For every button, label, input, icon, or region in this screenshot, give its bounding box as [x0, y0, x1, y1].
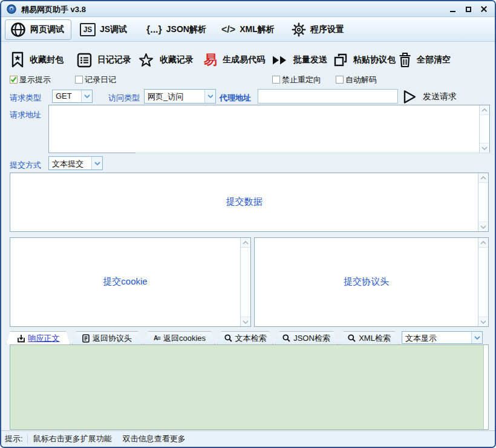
submit-method-label: 提交方式	[10, 160, 41, 171]
scrollbar[interactable]	[483, 345, 488, 429]
paste-icon	[333, 53, 348, 67]
checkbox-record-diary[interactable]: 记录日记	[75, 74, 116, 85]
tab-xml-parse[interactable]: </> XML解析	[217, 19, 279, 40]
request-type-select[interactable]: GET	[52, 90, 93, 103]
paste-protocol-button[interactable]: 粘贴协议包	[333, 50, 396, 70]
minimize-icon[interactable]	[448, 5, 457, 13]
display-mode-select[interactable]: 文本显示	[402, 331, 483, 344]
tab-label: 网页调试	[30, 24, 64, 35]
checkbox-label: 禁止重定向	[282, 74, 321, 85]
access-type-label: 访问类型	[108, 93, 140, 104]
request-address-textarea[interactable]	[48, 105, 490, 153]
chevron-down-icon	[204, 90, 215, 103]
scroll-up-icon[interactable]	[478, 173, 488, 183]
tab-return-cookies[interactable]: A≡ 返回cookies	[144, 331, 215, 344]
tab-label: 程序设置	[310, 24, 344, 35]
send-request-button[interactable]: 发送请求	[403, 90, 457, 104]
tab-web-debug[interactable]: 网页调试	[5, 19, 71, 40]
result-tab-label: XML检索	[359, 333, 391, 344]
batch-send-button[interactable]: 批量发送	[272, 50, 327, 70]
window-title: 精易网页助手 v3.8	[21, 4, 86, 15]
submit-method-value: 文本提交	[49, 157, 91, 170]
send-request-label: 发送请求	[423, 91, 457, 102]
close-icon[interactable]	[479, 5, 489, 13]
toolbar-label: 收藏记录	[160, 54, 194, 65]
access-type-select[interactable]: 网页_访问	[144, 89, 216, 104]
scrollbar[interactable]	[478, 238, 488, 326]
submit-cookie-textarea[interactable]: 提交cookie	[10, 237, 251, 327]
tab-xml-search[interactable]: XML检索	[339, 331, 399, 344]
response-body-area[interactable]	[10, 344, 489, 430]
favorite-packet-button[interactable]: 收藏封包	[11, 50, 64, 70]
tab-json-search[interactable]: JSON检索	[275, 331, 338, 344]
request-address-label: 请求地址	[10, 110, 41, 120]
checkbox-label: 自动解码	[345, 74, 377, 85]
result-tab-label: JSON检索	[293, 333, 330, 344]
result-tab-label: 返回cookies	[163, 333, 206, 344]
access-type-value: 网页_访问	[145, 90, 204, 103]
json-braces-icon: {...}	[146, 24, 162, 35]
checkbox-checked-icon	[10, 76, 18, 84]
toolbar-label: 批量发送	[293, 54, 327, 65]
scrollbar[interactable]	[478, 173, 488, 231]
submit-method-select[interactable]: 文本提交	[48, 156, 103, 170]
favorite-record-button[interactable]: 收藏记录	[138, 50, 194, 70]
tab-settings[interactable]: 程序设置	[287, 19, 349, 40]
request-type-value: GET	[53, 90, 81, 102]
tab-response-body[interactable]: 响应正文	[6, 331, 70, 344]
toolbar-label: 日记记录	[97, 54, 131, 65]
toolbar-label: 粘贴协议包	[353, 54, 396, 65]
toolbar-label: 收藏封包	[30, 54, 64, 65]
search-icon	[224, 334, 232, 342]
text-lines-icon: A≡	[154, 335, 160, 341]
response-tray-icon	[17, 334, 25, 343]
scrollbar[interactable]	[479, 105, 489, 153]
xml-code-icon: </>	[221, 24, 235, 35]
tab-label: JSON解析	[166, 24, 206, 35]
checkbox-show-tips[interactable]: 显示提示	[10, 74, 51, 85]
display-mode-value: 文本显示	[402, 332, 471, 343]
status-hint-2: 双击信息查看更多	[123, 433, 186, 444]
chevron-down-icon	[81, 90, 92, 102]
easy-language-icon: 易	[204, 53, 217, 67]
list-icon	[77, 53, 92, 68]
generate-easy-code-button[interactable]: 易 生成易代码	[204, 50, 265, 70]
panel-divider	[135, 153, 490, 153]
result-tab-label: 响应正文	[28, 333, 60, 344]
status-divider	[27, 434, 28, 444]
app-window: 精易网页助手 v3.8 网页调试 JS JS调试 {...} JSON解析 </…	[0, 0, 496, 448]
diary-record-button[interactable]: 日记记录	[77, 50, 131, 70]
tab-label: JS调试	[100, 24, 127, 35]
proxy-address-input[interactable]	[258, 89, 398, 104]
scroll-up-icon[interactable]	[480, 105, 489, 115]
trash-icon	[399, 52, 411, 68]
scroll-down-icon[interactable]	[478, 317, 488, 326]
scroll-up-icon[interactable]	[478, 238, 488, 248]
titlebar: 精易网页助手 v3.8	[1, 1, 495, 17]
scroll-up-icon[interactable]	[241, 238, 250, 248]
submit-data-watermark: 提交数据	[10, 196, 478, 208]
result-tab-label: 文本检索	[235, 333, 267, 344]
status-hint-1: 鼠标右击更多扩展功能	[33, 433, 112, 444]
submit-cookie-watermark: 提交cookie	[10, 276, 240, 288]
tab-text-search[interactable]: 文本检索	[217, 331, 273, 344]
submit-header-watermark: 提交协议头	[255, 276, 478, 288]
submit-header-textarea[interactable]: 提交协议头	[254, 237, 489, 327]
star-icon	[138, 52, 154, 68]
maximize-icon[interactable]	[463, 5, 473, 13]
checkbox-disable-redirect[interactable]: 禁止重定向	[272, 74, 321, 85]
chevron-down-icon	[91, 157, 102, 170]
scroll-down-icon[interactable]	[241, 317, 250, 326]
submit-data-textarea[interactable]: 提交数据	[10, 173, 489, 232]
clear-all-button[interactable]: 全部清空	[399, 50, 451, 70]
scrollbar[interactable]	[240, 238, 250, 326]
tab-json-parse[interactable]: {...} JSON解析	[142, 19, 211, 40]
toolbar-label: 生成易代码	[223, 54, 265, 65]
checkbox-auto-decode[interactable]: 自动解码	[336, 74, 377, 85]
tab-return-headers[interactable]: 返回协议头	[72, 331, 142, 344]
scroll-down-icon[interactable]	[480, 143, 489, 153]
request-type-label: 请求类型	[10, 93, 41, 104]
scroll-down-icon[interactable]	[478, 222, 488, 231]
tab-js-debug[interactable]: JS JS调试	[75, 19, 132, 40]
proxy-address-label: 代理地址	[220, 93, 251, 104]
